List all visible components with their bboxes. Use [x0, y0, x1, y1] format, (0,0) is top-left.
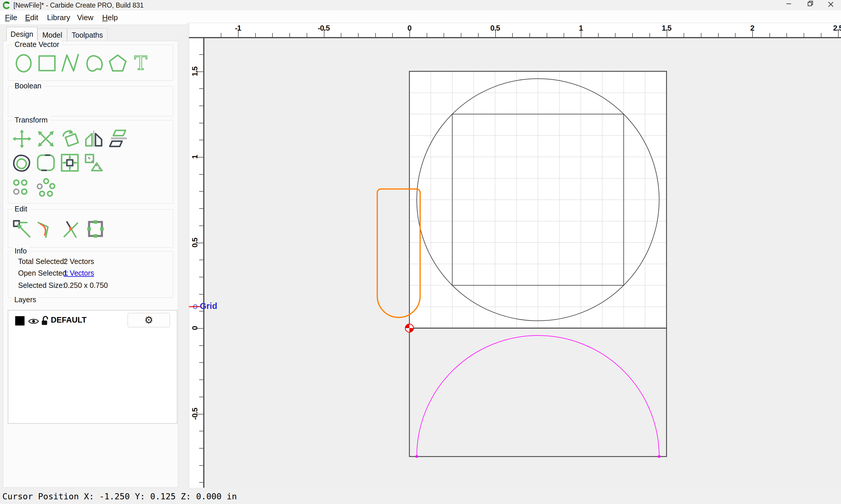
- origin-marker[interactable]: [405, 324, 413, 332]
- ruler-label: 2.5: [821, 24, 841, 33]
- ruler-tick: [632, 33, 633, 37]
- move-tool[interactable]: [12, 129, 32, 149]
- menu-file[interactable]: File: [3, 11, 19, 24]
- ruler-tick: [199, 259, 203, 260]
- window-title: [NewFile]* - Carbide Create PRO, Build 8…: [14, 0, 144, 11]
- minimize-button[interactable]: [779, 0, 799, 11]
- close-icon: [827, 1, 834, 8]
- curve-fillet-tool[interactable]: [36, 219, 57, 239]
- ruler-tick: [199, 191, 203, 192]
- arc-node[interactable]: [415, 455, 418, 457]
- minimize-icon: [785, 0, 792, 7]
- snap-mode-label: Grid: [200, 301, 217, 311]
- layers-legend: Layers: [12, 295, 38, 304]
- info-group: Info Total Selected: 2 Vectors Open Sele…: [8, 251, 173, 298]
- split-vector-tool[interactable]: [61, 219, 81, 239]
- curve-tool[interactable]: [84, 53, 105, 73]
- trim-shapes-tool[interactable]: [84, 152, 104, 173]
- grid-array-tool[interactable]: [12, 178, 32, 198]
- rotate-tool[interactable]: [59, 129, 80, 149]
- title-bar: [NewFile]* - Carbide Create PRO, Build 8…: [0, 0, 841, 11]
- ruler-tick: [199, 106, 203, 106]
- cursor-position-text: Cursor Position X: -1.250 Y: 0.125 Z: 0.…: [2, 489, 237, 504]
- menu-edit[interactable]: Edit: [23, 11, 40, 24]
- offset-tool[interactable]: [12, 152, 32, 173]
- ruler-tick: [427, 33, 427, 37]
- layer-unlocked-icon[interactable]: [41, 315, 50, 326]
- restore-icon: [807, 0, 814, 7]
- circle-tool[interactable]: [14, 53, 34, 73]
- layer-visible-eye-icon[interactable]: [28, 317, 39, 325]
- circular-array-tool[interactable]: [36, 178, 56, 198]
- ruler-tick: [199, 123, 203, 123]
- svg-text:T: T: [134, 53, 147, 73]
- ruler-tick: [684, 33, 684, 37]
- polygon-tool[interactable]: [107, 53, 128, 73]
- tab-model[interactable]: Model: [37, 28, 67, 41]
- lower-rectangle-vector[interactable]: [409, 328, 667, 456]
- ruler-tick: [255, 33, 256, 37]
- ruler-tick: [199, 277, 203, 277]
- ruler-tick: [272, 33, 273, 37]
- boolean-group: Boolean: [8, 86, 173, 116]
- ruler-label: 1: [190, 144, 198, 170]
- restore-button[interactable]: [801, 0, 820, 11]
- close-button[interactable]: [821, 0, 840, 11]
- group-legend: Boolean: [12, 82, 44, 90]
- node-edit-tool[interactable]: [12, 219, 32, 239]
- ruler-tick: [821, 33, 821, 37]
- ruler-label: 0: [392, 24, 427, 33]
- layer-color-swatch[interactable]: [15, 316, 24, 325]
- group-legend: Create Vector: [12, 40, 62, 49]
- ruler-label: 0.5: [190, 230, 198, 256]
- ruler-tick: [199, 379, 203, 380]
- resize-handles-tool[interactable]: [85, 219, 106, 239]
- menu-help[interactable]: Help: [101, 11, 119, 24]
- ruler-tick: [199, 226, 203, 226]
- menu-view[interactable]: View: [75, 11, 95, 24]
- ruler-tick: [529, 33, 530, 37]
- rectangle-tool[interactable]: [37, 53, 58, 73]
- app-logo-icon: [3, 1, 11, 9]
- ruler-tick: [199, 345, 203, 346]
- open-vectors-link[interactable]: 1 Vectors: [64, 269, 94, 277]
- tab-design[interactable]: Design: [6, 27, 37, 41]
- transform-group: Transform: [8, 120, 173, 203]
- ruler-tick: [199, 174, 203, 175]
- text-tool[interactable]: T: [131, 53, 151, 73]
- ruler-tick: [701, 33, 701, 37]
- layer-settings-button[interactable]: ⚙: [127, 313, 170, 327]
- ruler-tick: [478, 33, 479, 37]
- shear-tool[interactable]: [107, 129, 128, 149]
- info-open-selected-label: Open Selected:: [18, 269, 68, 277]
- ruler-tick: [199, 465, 203, 466]
- ruler-tick: [199, 448, 203, 449]
- ruler-tick: [649, 33, 650, 37]
- tab-toolpaths[interactable]: Toolpaths: [67, 28, 107, 41]
- ruler-tick: [804, 33, 804, 37]
- arc-node[interactable]: [658, 455, 660, 457]
- ruler-tick: [199, 208, 203, 209]
- round-corners-tool[interactable]: [36, 152, 56, 173]
- ruler-tick: [199, 431, 203, 431]
- ruler-tick: [718, 33, 719, 37]
- nest-scale-tool[interactable]: [59, 152, 80, 173]
- ruler-label: 1.5: [649, 24, 684, 33]
- design-canvas[interactable]: [204, 38, 841, 489]
- layers-list[interactable]: DEFAULT ⚙: [8, 310, 177, 424]
- ruler-tick: [598, 33, 599, 37]
- magenta-arc-vector[interactable]: [417, 336, 659, 456]
- menu-library[interactable]: Library: [45, 11, 72, 24]
- ruler-tick: [199, 294, 203, 294]
- vertical-ruler: 1.510.50-0.5: [189, 38, 204, 488]
- ruler-label: -0.5: [190, 401, 198, 427]
- scale-tool[interactable]: [36, 129, 56, 149]
- info-selected-size-value: 0.250 x 0.750: [64, 281, 108, 290]
- mirror-tool[interactable]: [84, 129, 104, 149]
- polyline-tool[interactable]: [61, 53, 81, 73]
- app-window: [NewFile]* - Carbide Create PRO, Build 8…: [0, 0, 841, 504]
- ruler-tick: [341, 33, 341, 37]
- info-selected-size-label: Selected Size:: [18, 281, 65, 290]
- info-total-selected-value: 2 Vectors: [64, 257, 94, 266]
- snap-cursor-icon: [193, 305, 198, 309]
